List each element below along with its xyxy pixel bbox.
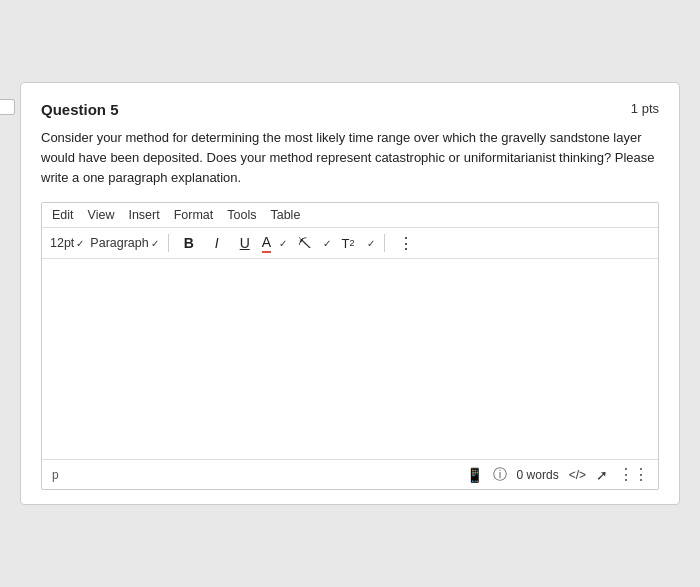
- question-checkbox[interactable]: [0, 99, 15, 115]
- question-card: Question 5 1 pts Consider your method fo…: [20, 82, 680, 505]
- font-color-underline: [262, 251, 271, 253]
- menu-view[interactable]: View: [88, 208, 115, 222]
- more-status-button[interactable]: ⋮⋮: [618, 465, 648, 484]
- word-count: 0 words: [517, 468, 559, 482]
- code-view-button[interactable]: </>: [569, 468, 586, 482]
- superscript-chevron[interactable]: ✓: [365, 238, 375, 249]
- editor-wrapper: Edit View Insert Format Tools Table 12pt…: [41, 202, 659, 490]
- bold-button[interactable]: B: [178, 232, 200, 254]
- pts-label: 1 pts: [631, 101, 659, 116]
- toolbar: 12pt ✓ Paragraph ✓ B I U A ✓ ⛏ ✓ T2 ✓ ⋮: [42, 228, 658, 259]
- font-color-button[interactable]: A: [262, 234, 271, 253]
- font-size-selector[interactable]: 12pt ✓: [50, 236, 84, 250]
- link-button[interactable]: ⛏: [293, 232, 315, 254]
- status-bar: p 📱 ⓘ 0 words </> ➚ ⋮⋮: [42, 459, 658, 489]
- font-size-value: 12pt: [50, 236, 74, 250]
- question-title: Question 5: [41, 101, 119, 118]
- menu-edit[interactable]: Edit: [52, 208, 74, 222]
- accessibility-icon[interactable]: 📱: [466, 467, 483, 483]
- question-body: Consider your method for determining the…: [41, 128, 659, 188]
- paragraph-selector[interactable]: Paragraph ✓: [90, 236, 158, 250]
- editor-body[interactable]: [42, 259, 658, 459]
- link-chevron[interactable]: ✓: [321, 238, 331, 249]
- font-color-chevron[interactable]: ✓: [277, 238, 287, 249]
- menu-format[interactable]: Format: [174, 208, 214, 222]
- menu-insert[interactable]: Insert: [128, 208, 159, 222]
- underline-button[interactable]: U: [234, 232, 256, 254]
- menu-table[interactable]: Table: [270, 208, 300, 222]
- info-icon[interactable]: ⓘ: [493, 466, 507, 484]
- superscript-button[interactable]: T2: [337, 232, 359, 254]
- toolbar-separator-1: [168, 234, 169, 252]
- font-size-chevron: ✓: [76, 238, 84, 249]
- paragraph-chevron: ✓: [151, 238, 159, 249]
- menu-tools[interactable]: Tools: [227, 208, 256, 222]
- paragraph-value: Paragraph: [90, 236, 148, 250]
- menu-bar: Edit View Insert Format Tools Table: [42, 203, 658, 228]
- toolbar-separator-2: [384, 234, 385, 252]
- card-header: Question 5 1 pts: [41, 101, 659, 118]
- more-options-button[interactable]: ⋮: [398, 234, 414, 253]
- paragraph-indicator: p: [52, 468, 59, 482]
- expand-button[interactable]: ➚: [596, 467, 608, 483]
- italic-button[interactable]: I: [206, 232, 228, 254]
